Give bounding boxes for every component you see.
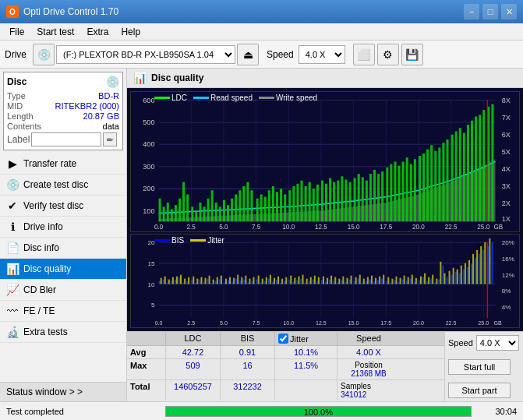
svg-text:200: 200 [143, 185, 154, 192]
svg-rect-265 [229, 277, 231, 284]
svg-text:7.5: 7.5 [253, 320, 260, 326]
avg-jitter: 10.1% [275, 346, 337, 358]
svg-text:5: 5 [151, 302, 155, 309]
svg-rect-243 [475, 258, 476, 284]
label-input[interactable] [31, 132, 101, 146]
svg-rect-276 [274, 277, 275, 284]
svg-rect-306 [395, 276, 397, 284]
menu-start-test[interactable]: Start test [30, 25, 80, 39]
minimize-button[interactable]: − [464, 4, 479, 19]
svg-rect-328 [484, 242, 486, 284]
drive-select[interactable]: (F:) PLEXTOR BD-R PX-LB950SA 1.04 [56, 45, 235, 64]
position-group: Position 21368 MB [337, 359, 400, 379]
svg-rect-316 [436, 278, 437, 284]
sidebar-item-disc-info[interactable]: 📄 Disc info [0, 238, 126, 259]
svg-rect-112 [430, 145, 433, 221]
svg-rect-256 [193, 276, 194, 284]
svg-rect-110 [422, 154, 425, 221]
quality-header-title: Disc quality [151, 72, 203, 83]
top-chart-legend: LDC Read speed Write speed [154, 94, 317, 102]
svg-rect-178 [211, 283, 213, 284]
avg-ldc: 42.72 [166, 346, 221, 358]
save-button[interactable]: 💾 [401, 44, 423, 65]
menu-extra[interactable]: Extra [80, 25, 115, 39]
samples-group: Samples 341012 [337, 380, 400, 401]
svg-rect-238 [455, 271, 457, 284]
jitter-legend: Jitter [190, 236, 224, 245]
svg-text:20.0: 20.0 [413, 320, 424, 326]
svg-rect-218 [373, 281, 375, 284]
maximize-button[interactable]: □ [482, 4, 498, 19]
svg-rect-257 [196, 278, 198, 284]
svg-text:3X: 3X [502, 182, 511, 190]
start-part-button[interactable]: Start part [448, 383, 511, 398]
svg-text:10: 10 [147, 281, 155, 288]
svg-rect-122 [471, 121, 473, 221]
sidebar-item-drive-info[interactable]: ℹ Drive info [0, 217, 126, 238]
drive-info-icon: ℹ [6, 221, 19, 233]
svg-rect-194 [276, 280, 277, 284]
settings-button[interactable]: ⚙ [377, 44, 399, 65]
progress-percent: 100.0% [166, 407, 471, 418]
svg-text:8%: 8% [502, 288, 511, 295]
svg-rect-102 [390, 164, 392, 222]
sidebar-item-verify-test-disc[interactable]: ✔ Verify test disc [0, 196, 126, 217]
svg-text:20.0: 20.0 [412, 224, 425, 231]
svg-rect-236 [446, 277, 447, 284]
speed-select[interactable]: 4.0 X [299, 45, 345, 64]
svg-rect-263 [221, 275, 222, 284]
speed-select-stats[interactable]: 4.0 X [476, 335, 519, 351]
read-speed-legend-label: Read speed [210, 94, 253, 102]
svg-text:100: 100 [143, 207, 154, 215]
start-full-button[interactable]: Start full [448, 359, 511, 375]
svg-rect-99 [377, 174, 380, 221]
svg-rect-117 [451, 135, 454, 221]
svg-rect-271 [253, 277, 255, 284]
sidebar-item-extra-tests[interactable]: 🔬 Extra tests [0, 322, 126, 343]
svg-rect-317 [440, 262, 441, 284]
svg-rect-222 [390, 282, 391, 284]
scan-button[interactable]: ⬜ [353, 44, 375, 65]
svg-rect-231 [426, 281, 428, 284]
menu-file[interactable]: File [3, 25, 30, 39]
svg-rect-184 [235, 278, 237, 284]
svg-rect-59 [215, 203, 217, 221]
svg-rect-185 [239, 281, 241, 284]
svg-rect-190 [260, 282, 262, 284]
sidebar-item-disc-quality[interactable]: 📊 Disc quality [0, 259, 126, 280]
sidebar-item-cd-bler[interactable]: 📈 CD Bler [0, 280, 126, 301]
sidebar-item-transfer-rate[interactable]: ▶ Transfer rate [0, 154, 126, 175]
svg-rect-274 [266, 277, 267, 284]
svg-rect-209 [337, 282, 338, 284]
jitter-checkbox[interactable] [278, 334, 288, 344]
disc-info-label: Disc info [23, 242, 59, 253]
svg-rect-189 [256, 279, 258, 284]
sidebar-item-create-test-disc[interactable]: 💿 Create test disc [0, 175, 126, 196]
bis-header: BIS [221, 332, 275, 345]
svg-rect-217 [369, 279, 371, 284]
progress-bar-container: 100.0% [165, 406, 472, 417]
svg-rect-254 [184, 278, 186, 284]
label-edit-button[interactable]: ✏ [103, 132, 117, 146]
svg-rect-237 [451, 274, 453, 284]
sidebar-item-fe-te[interactable]: 〰 FE / TE [0, 301, 126, 322]
content-area: 📊 Disc quality LDC Read speed [127, 69, 523, 401]
svg-text:10.0: 10.0 [282, 224, 295, 231]
avg-bis: 0.91 [221, 346, 275, 358]
close-button[interactable]: ✕ [501, 4, 517, 19]
eject-button[interactable]: ⏏ [237, 44, 259, 65]
status-window-button[interactable]: Status window > > [0, 382, 126, 401]
svg-rect-239 [459, 273, 461, 284]
svg-text:15.0: 15.0 [348, 224, 360, 231]
menu-help[interactable]: Help [115, 25, 147, 39]
svg-text:400: 400 [143, 140, 154, 148]
svg-rect-250 [168, 279, 170, 284]
svg-rect-111 [426, 150, 429, 222]
svg-rect-95 [362, 177, 364, 221]
svg-rect-244 [479, 254, 480, 284]
svg-rect-78 [292, 186, 295, 221]
speed-header: Speed [337, 332, 400, 345]
svg-rect-249 [164, 276, 166, 284]
svg-text:12.5: 12.5 [315, 224, 327, 231]
svg-rect-305 [391, 278, 393, 284]
